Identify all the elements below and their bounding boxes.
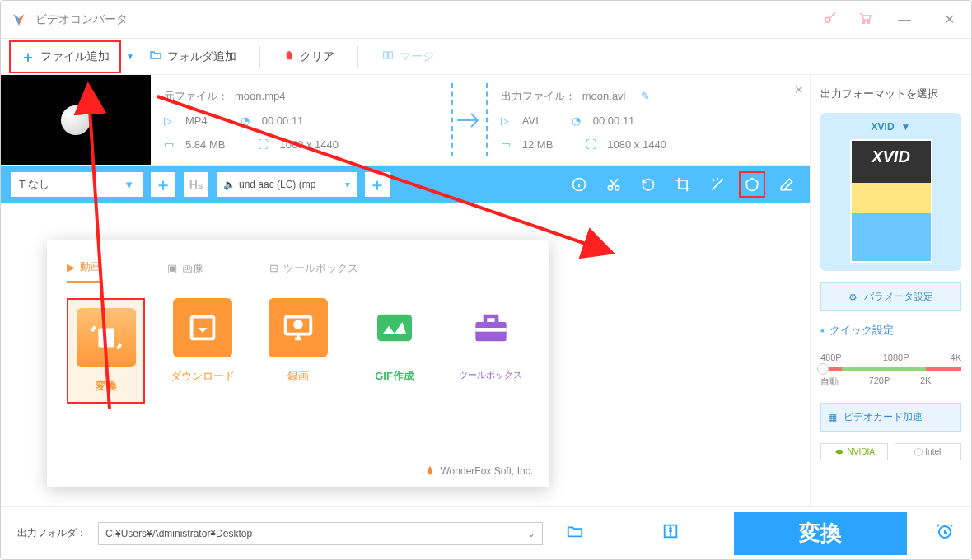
clock-icon: ◔ bbox=[572, 114, 586, 127]
effects-icon[interactable] bbox=[704, 171, 731, 198]
res-1080p: 1080P bbox=[883, 352, 909, 362]
slider-thumb[interactable] bbox=[817, 363, 829, 375]
card-toolbox-label: ツールボックス bbox=[451, 369, 530, 381]
gpu-accel-button[interactable]: ▦ ビデオカード加速 bbox=[820, 403, 961, 432]
svg-point-1 bbox=[862, 21, 864, 23]
merge-button[interactable]: マージ bbox=[372, 44, 444, 69]
nvidia-chip[interactable]: NVIDIA bbox=[820, 443, 888, 460]
format-name: XVID bbox=[872, 121, 895, 133]
settings-icon: ⚙ bbox=[848, 292, 858, 303]
info-icon[interactable] bbox=[566, 171, 592, 198]
cart-icon[interactable] bbox=[858, 11, 872, 29]
output-path-value: C:¥Users¥Administrator¥Desktop bbox=[105, 528, 252, 539]
key-icon[interactable] bbox=[823, 11, 838, 29]
card-record[interactable]: 録画 bbox=[259, 298, 338, 404]
res-480p: 480P bbox=[820, 352, 842, 362]
remove-file-button[interactable]: × bbox=[788, 75, 811, 165]
quick-label: クイック設定 bbox=[829, 323, 894, 338]
out-duration: 00:00:11 bbox=[593, 114, 635, 127]
credit-text: WonderFox Soft, Inc. bbox=[441, 465, 534, 477]
src-res: 1080 x 1440 bbox=[279, 138, 339, 151]
size-icon: ▭ bbox=[164, 138, 179, 151]
add-file-button[interactable]: ＋ ファイル追加 bbox=[9, 40, 121, 73]
format-preview-image bbox=[850, 139, 932, 263]
nvidia-icon bbox=[834, 448, 845, 456]
tab-video[interactable]: ▶動画 bbox=[67, 259, 101, 283]
toolbox-card-icon bbox=[461, 298, 521, 357]
svg-point-11 bbox=[295, 321, 301, 328]
card-gif-label: GIF作成 bbox=[356, 369, 434, 384]
archive-icon[interactable] bbox=[661, 522, 680, 544]
svg-rect-14 bbox=[475, 328, 506, 332]
record-card-icon bbox=[269, 298, 328, 357]
add-folder-button[interactable]: フォルダ追加 bbox=[139, 44, 246, 69]
add-file-dropdown-icon[interactable]: ▼ bbox=[126, 52, 134, 61]
param-settings-button[interactable]: ⚙ パラメータ設定 bbox=[820, 282, 961, 311]
speaker-icon: 🔈 bbox=[223, 179, 236, 190]
video-thumbnail[interactable] bbox=[1, 75, 151, 165]
card-download[interactable]: ダウンロード bbox=[163, 298, 241, 404]
card-gif[interactable]: GIF作成 bbox=[356, 298, 434, 404]
app-title: ビデオコンバータ bbox=[35, 12, 128, 27]
card-convert[interactable]: 変換 bbox=[67, 298, 145, 404]
bullet-icon: ▪ bbox=[820, 324, 825, 337]
format-icon: ▷ bbox=[164, 114, 179, 127]
resolution-icon: ⛶ bbox=[586, 138, 600, 151]
action-bar: T なし▼ ＋ Hs 🔈und aac (LC) (mp▾ ＋ bbox=[1, 166, 810, 203]
minimize-button[interactable]: — bbox=[892, 12, 917, 27]
intel-icon bbox=[914, 448, 923, 456]
edit-pen-icon[interactable]: ✎ bbox=[641, 90, 650, 102]
convert-button[interactable]: 変換 bbox=[734, 512, 907, 555]
resolution-slider[interactable]: 480P 1080P 4K 自動 720P 2K bbox=[820, 349, 961, 391]
res-2k: 2K bbox=[920, 376, 931, 388]
subtitle-select[interactable]: T なし▼ bbox=[11, 172, 143, 197]
tab-image-label: 画像 bbox=[182, 261, 203, 276]
src-duration: 00:00:11 bbox=[262, 114, 304, 127]
res-720p: 720P bbox=[869, 376, 890, 388]
feature-panel: ▶動画 ▣画像 ⊟ツールボックス 変換 ダウンロード 録画 bbox=[47, 240, 549, 487]
cut-icon[interactable] bbox=[600, 171, 627, 198]
intel-chip[interactable]: Intel bbox=[895, 443, 962, 460]
add-subtitle-button[interactable]: ＋ bbox=[151, 172, 175, 197]
clear-button[interactable]: クリア bbox=[273, 44, 344, 69]
watermark-icon[interactable] bbox=[739, 171, 765, 198]
folder-icon bbox=[149, 49, 162, 64]
out-size: 12 MB bbox=[522, 138, 554, 151]
card-download-label: ダウンロード bbox=[163, 369, 241, 384]
intel-label: Intel bbox=[925, 447, 941, 456]
open-folder-icon[interactable] bbox=[566, 522, 584, 544]
resolution-icon: ⛶ bbox=[258, 138, 273, 151]
moon-image bbox=[61, 105, 91, 135]
output-format-selector[interactable]: XVID▼ bbox=[820, 113, 961, 271]
out-res: 1080 x 1440 bbox=[607, 138, 666, 151]
trash-icon bbox=[283, 49, 295, 64]
svg-point-2 bbox=[867, 21, 869, 23]
src-format: MP4 bbox=[185, 114, 208, 127]
merge-icon bbox=[381, 49, 395, 64]
src-file-name: moon.mp4 bbox=[235, 90, 285, 102]
output-path-field[interactable]: C:¥Users¥Administrator¥Desktop⌄ bbox=[98, 522, 543, 545]
res-4k: 4K bbox=[951, 352, 961, 362]
tab-image[interactable]: ▣画像 bbox=[167, 259, 203, 283]
add-audio-button[interactable]: ＋ bbox=[365, 172, 390, 197]
format-icon: ▷ bbox=[501, 114, 516, 127]
alarm-icon[interactable] bbox=[935, 521, 955, 546]
convert-card-icon bbox=[77, 308, 136, 367]
image-tab-icon: ▣ bbox=[167, 262, 177, 274]
svg-rect-13 bbox=[475, 322, 506, 341]
gpu-label: ビデオカード加速 bbox=[843, 410, 923, 424]
res-auto: 自動 bbox=[820, 376, 839, 388]
arrow-right-icon bbox=[453, 87, 486, 153]
param-label: パラメータ設定 bbox=[864, 290, 933, 304]
toolbox-tab-icon: ⊟ bbox=[269, 262, 278, 274]
rotate-icon[interactable] bbox=[635, 171, 661, 198]
hardcode-subtitle-button[interactable]: Hs bbox=[184, 172, 208, 197]
edit-icon[interactable] bbox=[773, 171, 800, 198]
card-toolbox[interactable]: ツールボックス bbox=[451, 298, 530, 404]
nvidia-label: NVIDIA bbox=[848, 447, 875, 456]
close-button[interactable]: ✕ bbox=[937, 12, 961, 27]
output-format-title: 出力フォーマットを選択 bbox=[820, 86, 961, 101]
crop-icon[interactable] bbox=[670, 171, 696, 198]
tab-toolbox[interactable]: ⊟ツールボックス bbox=[269, 259, 358, 283]
audio-select[interactable]: 🔈und aac (LC) (mp▾ bbox=[217, 172, 357, 197]
